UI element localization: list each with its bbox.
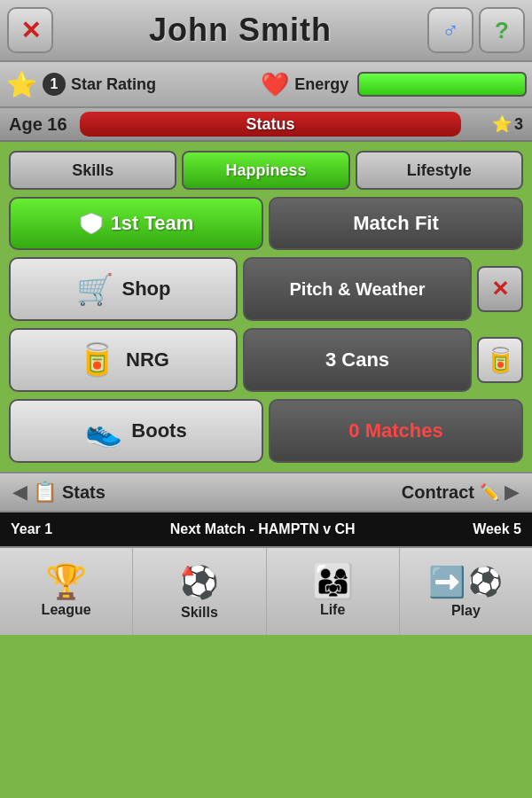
first-team-label: 1st Team	[111, 212, 194, 235]
match-fit-button[interactable]: Match Fit	[269, 197, 523, 250]
life-icon: 👨‍👩‍👧	[312, 565, 354, 598]
cans-button[interactable]: 3 Cans	[243, 328, 472, 392]
nav-item-league[interactable]: 🏆 League	[0, 548, 133, 635]
stats-icon: 📋	[33, 481, 57, 504]
match-fit-label: Match Fit	[353, 212, 439, 235]
age-status-row: Age 16 Status ⭐ 3	[0, 108, 532, 142]
first-team-button[interactable]: 1st Team	[9, 197, 263, 250]
pitch-weather-label: Pitch & Weather	[290, 279, 426, 300]
age-label: Age 16	[9, 114, 80, 135]
pitch-close-icon: ✕	[491, 277, 509, 301]
nrg-icon-box[interactable]: 🥫	[477, 337, 523, 383]
nav-item-play[interactable]: ➡️⚽ Play	[400, 548, 532, 635]
main-content: Skills Happiness Lifestyle 1st Team Matc…	[0, 142, 532, 472]
week-label: Week 5	[473, 521, 521, 537]
star-number: 1	[43, 73, 66, 96]
stats-contract-row: ◀ 📋 Stats Contract ✏️ ▶	[0, 472, 532, 512]
close-icon: ✕	[20, 16, 41, 45]
status-text: Status	[246, 115, 294, 134]
star-rating-box: ⭐ 1 Star Rating	[5, 68, 255, 100]
league-icon: 🏆	[45, 565, 87, 598]
nrg-single-can-icon: 🥫	[485, 346, 516, 375]
player-name: John Smith	[149, 12, 332, 49]
lifestyle-tab[interactable]: Lifestyle	[356, 151, 523, 190]
contract-label: Contract	[402, 482, 474, 503]
pitch-close-button[interactable]: ✕	[477, 266, 523, 312]
star-badge: ⭐	[5, 68, 37, 100]
next-match-bar: Year 1 Next Match - HAMPTN v CH Week 5	[0, 512, 532, 546]
nrg-button[interactable]: 🥫 NRG	[9, 328, 238, 392]
nav-item-life[interactable]: 👨‍👩‍👧 Life	[267, 548, 400, 635]
boot-icon: 👟	[85, 413, 122, 449]
cart-icon: 🛒	[76, 271, 113, 307]
pitch-weather-button[interactable]: Pitch & Weather	[243, 257, 472, 321]
gender-icon: ♂	[442, 17, 459, 44]
star-rating-label: Star Rating	[71, 75, 156, 94]
nrg-row: 🥫 NRG 3 Cans 🥫	[9, 328, 523, 392]
close-button[interactable]: ✕	[7, 7, 53, 53]
matches-label: 0 Matches	[348, 419, 442, 442]
arrow-right-button[interactable]: ▶	[499, 481, 525, 504]
play-label: Play	[451, 603, 481, 619]
energy-bar	[357, 72, 527, 97]
skills-tab[interactable]: Skills	[9, 151, 176, 190]
star-score: ⭐ 3	[461, 114, 523, 134]
status-bar: Status	[80, 112, 461, 137]
boots-button[interactable]: 👟 Boots	[9, 399, 263, 463]
tab-row: Skills Happiness Lifestyle	[9, 151, 523, 190]
star-score-number: 3	[514, 115, 523, 134]
energy-box: ❤️ Energy	[261, 71, 527, 98]
shop-button[interactable]: 🛒 Shop	[9, 257, 238, 321]
life-label: Life	[320, 602, 345, 618]
next-match-label: Next Match - HAMPTN v CH	[170, 521, 356, 537]
nrg-cans-icon: 🥫	[77, 341, 117, 379]
stats-label: Stats	[62, 482, 106, 503]
arrow-left-button[interactable]: ◀	[7, 481, 33, 504]
help-icon: ?	[495, 17, 509, 44]
contract-item: Contract ✏️	[266, 482, 499, 503]
boots-row: 👟 Boots 0 Matches	[9, 399, 523, 463]
star-icon: ⭐	[6, 70, 37, 99]
shop-label: Shop	[122, 278, 171, 301]
nav-item-skills[interactable]: 🔺 ⚽ Skills	[133, 548, 266, 635]
bottom-nav: 🏆 League 🔺 ⚽ Skills 👨‍👩‍👧 Life ➡️⚽ Play	[0, 546, 532, 635]
heart-icon: ❤️	[261, 71, 289, 98]
year-label: Year 1	[11, 521, 52, 537]
matches-button[interactable]: 0 Matches	[269, 399, 523, 463]
skills-nav-icon: 🔺 ⚽	[179, 563, 219, 601]
shop-row: 🛒 Shop Pitch & Weather ✕	[9, 257, 523, 321]
rating-energy-row: ⭐ 1 Star Rating ❤️ Energy	[0, 62, 532, 108]
star-score-icon: ⭐	[492, 114, 512, 134]
cans-label: 3 Cans	[325, 348, 389, 372]
pencil-icon: ✏️	[480, 482, 499, 502]
happiness-tab[interactable]: Happiness	[182, 151, 349, 190]
energy-bar-fill	[359, 74, 525, 95]
nrg-label: NRG	[126, 348, 169, 372]
league-label: League	[42, 602, 91, 618]
header: ✕ John Smith ♂ ?	[0, 0, 532, 62]
team-fit-row: 1st Team Match Fit	[9, 197, 523, 250]
help-button[interactable]: ?	[479, 7, 525, 53]
energy-label: Energy	[294, 75, 348, 94]
skills-nav-label: Skills	[181, 605, 218, 621]
gender-button[interactable]: ♂	[427, 7, 473, 53]
stats-item: 📋 Stats	[33, 481, 266, 504]
play-icon: ➡️⚽	[428, 564, 503, 599]
shield-icon	[79, 211, 104, 236]
boots-label: Boots	[131, 419, 186, 442]
